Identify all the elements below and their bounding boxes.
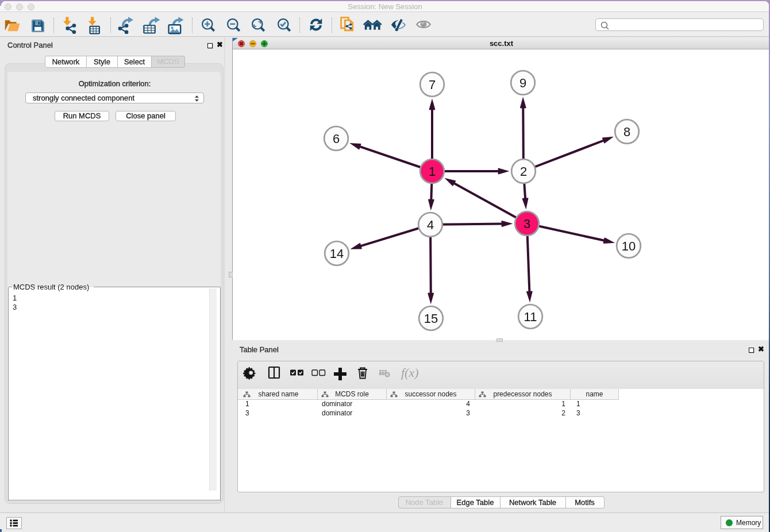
svg-text:15: 15	[424, 311, 438, 326]
svg-text:10: 10	[622, 239, 636, 253]
svg-text:3: 3	[523, 217, 530, 231]
svg-text:2: 2	[520, 164, 527, 179]
svg-text:4: 4	[427, 218, 434, 232]
svg-text:11: 11	[524, 310, 537, 324]
svg-text:8: 8	[623, 125, 630, 139]
svg-text:f(x): f(x)	[401, 365, 419, 380]
svg-text:9: 9	[519, 76, 526, 90]
svg-text:14: 14	[330, 246, 344, 261]
svg-text:7: 7	[429, 78, 436, 92]
svg-text:6: 6	[333, 132, 340, 146]
svg-text:1: 1	[429, 164, 436, 179]
